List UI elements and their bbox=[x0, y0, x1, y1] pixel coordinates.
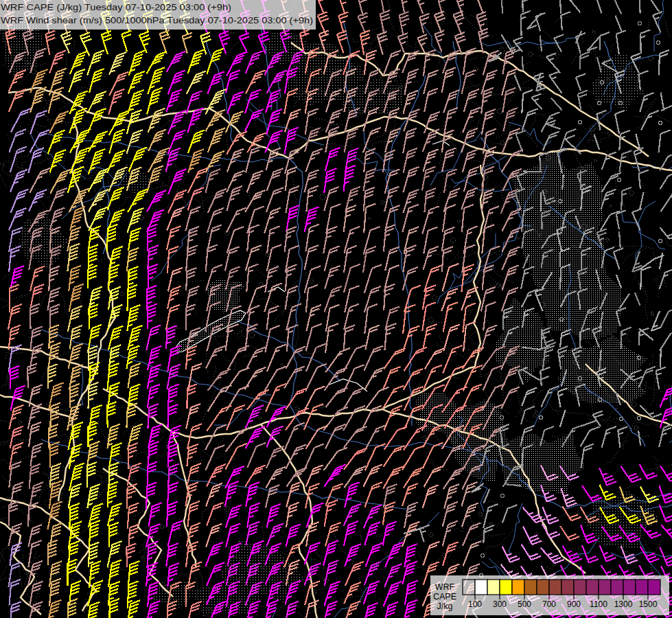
svg-text:700: 700 bbox=[542, 599, 556, 609]
svg-text:CAPE: CAPE bbox=[433, 592, 456, 602]
svg-text:1500: 1500 bbox=[639, 599, 658, 609]
svg-text:300: 300 bbox=[493, 599, 507, 609]
svg-text:WRF CAPE (J/kg) Tuesday 07-10-: WRF CAPE (J/kg) Tuesday 07-10-2025 03:00… bbox=[1, 3, 231, 12]
svg-text:WRF: WRF bbox=[435, 582, 455, 592]
svg-text:WRF Wind shear (m/s) 500/1000h: WRF Wind shear (m/s) 500/1000hPa Tuesday… bbox=[1, 16, 313, 25]
svg-text:100: 100 bbox=[468, 599, 482, 609]
svg-text:1100: 1100 bbox=[590, 599, 607, 609]
svg-text:J/kg: J/kg bbox=[437, 602, 453, 611]
svg-text:500: 500 bbox=[518, 599, 531, 609]
svg-text:900: 900 bbox=[567, 599, 581, 609]
svg-text:1300: 1300 bbox=[614, 599, 633, 609]
